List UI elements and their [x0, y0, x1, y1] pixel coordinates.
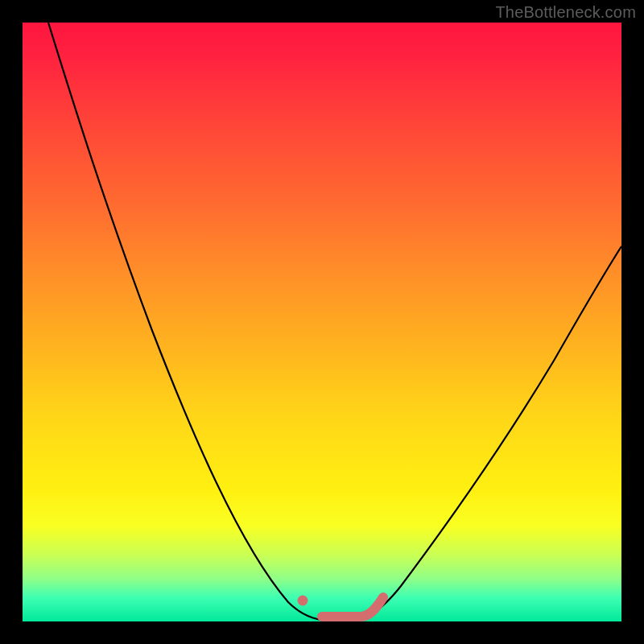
chart-frame: TheBottleneck.com [0, 0, 644, 644]
marker-range [322, 597, 383, 617]
bottleneck-curve-path [48, 23, 621, 621]
curve-svg [23, 23, 621, 621]
watermark-label: TheBottleneck.com [495, 3, 636, 22]
plot-area [23, 23, 621, 621]
marker-dot [298, 596, 308, 606]
